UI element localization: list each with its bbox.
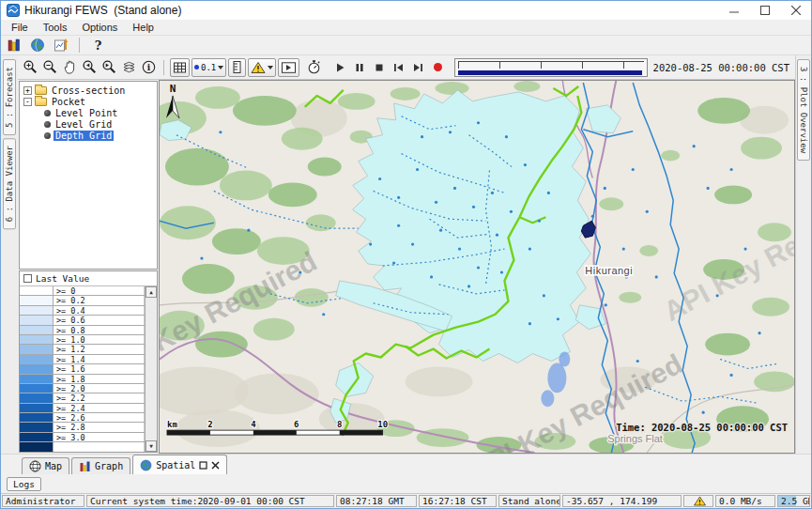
menu-help[interactable]: Help	[125, 21, 161, 34]
timer-icon[interactable]	[305, 58, 323, 76]
stop-button[interactable]	[370, 58, 388, 76]
tab-map[interactable]: Map	[22, 457, 69, 474]
legend-label: >= 1.0	[54, 335, 145, 344]
legend-scrollbar[interactable]: ▲ ▼	[145, 286, 157, 452]
skip-to-start-button[interactable]	[390, 58, 407, 76]
legend-row[interactable]: >= 2.4	[20, 404, 145, 413]
area-label: Springs Flat	[607, 433, 663, 444]
legend-label: >= 1.6	[54, 364, 145, 373]
map-globe-icon[interactable]	[28, 37, 46, 54]
status-gmt-time: 08:27:18 GMT	[336, 495, 417, 507]
tree-item-pocket[interactable]: - Pocket	[20, 96, 157, 107]
maximize-button[interactable]	[749, 1, 780, 20]
tree-item-label[interactable]: Pocket	[50, 97, 87, 107]
tab-label: Spatial	[156, 460, 195, 470]
tree-item-depth-grid[interactable]: Depth Grid	[20, 130, 157, 141]
legend-label: >= 0.6	[54, 316, 145, 324]
map-canvas[interactable]: API Key Required API Key Required API Ke…	[160, 81, 794, 453]
logs-tab[interactable]: Logs	[7, 477, 41, 491]
animation-button[interactable]	[278, 58, 299, 77]
info-icon[interactable]: i	[140, 58, 158, 76]
legend-row[interactable]: >= 1.4	[20, 355, 145, 364]
legend-row[interactable]: >= 0.8	[20, 326, 145, 335]
zoom-in-icon[interactable]	[22, 58, 39, 76]
menu-tools[interactable]: Tools	[36, 21, 75, 34]
tab-graph[interactable]: Graph	[71, 457, 130, 474]
legend-swatch	[20, 296, 54, 304]
main-toolbar: ?	[1, 36, 811, 55]
zoom-previous-icon[interactable]	[81, 58, 99, 76]
zoom-next-icon[interactable]	[100, 58, 118, 76]
close-tab-icon[interactable]	[211, 461, 220, 470]
interval-dropdown-button[interactable]: 0.1	[192, 58, 226, 77]
legend-swatch	[20, 413, 54, 422]
tree-expander-icon[interactable]: +	[23, 86, 32, 95]
legend-row[interactable]	[20, 442, 145, 452]
tree-item-label[interactable]: Level Grid	[54, 119, 114, 130]
tab-spatial[interactable]: Spatial	[132, 455, 227, 474]
legend-rows: >= 0>= 0.2>= 0.4>= 0.6>= 0.8>= 1.0>= 1.2…	[20, 286, 145, 452]
grid-display-button[interactable]	[170, 58, 190, 77]
tree-expander-icon[interactable]: -	[23, 98, 32, 106]
legend-swatch	[20, 442, 54, 451]
dock-tab-data-viewer[interactable]: 6 : Data Viewer	[3, 138, 16, 229]
layers-icon[interactable]	[120, 58, 138, 76]
legend-row[interactable]: >= 1.2	[20, 345, 145, 354]
tree-item-label[interactable]: Level Point	[54, 108, 119, 118]
legend-row[interactable]: >= 2.8	[20, 423, 145, 432]
zoom-out-icon[interactable]	[41, 58, 59, 76]
legend-row[interactable]: >= 1.6	[20, 364, 145, 374]
pause-button[interactable]	[350, 58, 368, 76]
scale-tick-label: 2	[207, 420, 212, 429]
record-button[interactable]	[429, 58, 447, 76]
scale-ruler-button[interactable]	[228, 58, 246, 77]
legend-label: >= 2.4	[54, 404, 145, 412]
timeline-period-bar[interactable]	[458, 70, 641, 75]
legend-row[interactable]: >= 0.2	[20, 296, 145, 305]
node-bullet-icon	[44, 121, 51, 128]
help-icon[interactable]: ?	[89, 37, 107, 54]
minimize-button[interactable]	[718, 1, 749, 20]
last-value-checkbox[interactable]	[23, 274, 32, 283]
tab-label: Graph	[95, 461, 123, 471]
menu-file[interactable]: File	[4, 21, 36, 34]
legend-row[interactable]: >= 0.4	[20, 306, 145, 316]
tree-item-cross-section[interactable]: + Cross-section	[20, 85, 157, 96]
tree-item-level-grid[interactable]: Level Grid	[20, 118, 157, 130]
scroll-up-icon[interactable]: ▲	[146, 286, 157, 298]
skip-to-end-button[interactable]	[409, 58, 427, 76]
map-toolbar: i 0.1 2020-08-25 00:00:00 CST	[18, 55, 795, 80]
play-button[interactable]	[330, 58, 348, 76]
legend-swatch	[20, 433, 54, 441]
warning-dropdown-button[interactable]	[248, 58, 276, 77]
tree-item-label-selected[interactable]: Depth Grid	[54, 131, 114, 141]
timeseries-dialog-icon[interactable]	[52, 37, 69, 54]
legend-row[interactable]: >= 2.0	[20, 384, 145, 393]
status-warning-cell[interactable]	[683, 495, 713, 507]
legend-row[interactable]: >= 1.8	[20, 375, 145, 384]
legend-row[interactable]: >= 3.0	[20, 433, 145, 442]
legend-swatch	[20, 286, 54, 295]
legend-row[interactable]: >= 2.2	[20, 393, 145, 403]
filter-tree: + Cross-section - Pocket Level Point	[19, 81, 158, 270]
tree-item-label[interactable]: Cross-section	[50, 85, 127, 96]
legend-row[interactable]: >= 2.6	[20, 413, 145, 423]
menu-options[interactable]: Options	[74, 21, 125, 34]
scroll-down-icon[interactable]: ▼	[146, 440, 157, 452]
timeline-slider[interactable]	[454, 58, 647, 77]
dock-tab-forecast[interactable]: 5 : Forecast	[3, 59, 16, 135]
legend-label: >= 0.8	[54, 326, 145, 334]
float-tab-icon[interactable]	[199, 461, 207, 470]
pan-hand-icon[interactable]	[61, 58, 79, 76]
tree-item-level-point[interactable]: Level Point	[20, 107, 157, 118]
legend-row[interactable]: >= 0	[20, 286, 145, 296]
legend-row[interactable]: >= 0.6	[20, 316, 145, 325]
map-view[interactable]: API Key Required API Key Required API Ke…	[159, 80, 795, 454]
legend-row[interactable]: >= 1.0	[20, 335, 145, 345]
close-button[interactable]	[780, 1, 811, 20]
dock-tab-plot-overview[interactable]: 3 : Plot Overview	[797, 59, 810, 161]
explorer-icon[interactable]	[5, 37, 23, 54]
scale-tick-label: 6	[294, 420, 299, 429]
legend-swatch	[20, 404, 54, 412]
window-title: Hikurangi FEWS (Stand alone)	[24, 4, 181, 17]
